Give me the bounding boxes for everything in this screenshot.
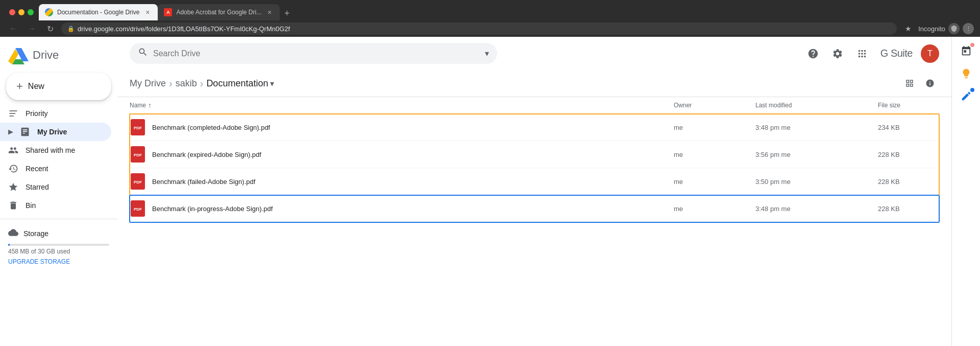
tab-drive-close[interactable]: ×: [143, 8, 152, 16]
back-button[interactable]: ←: [6, 21, 20, 36]
tab-acrobat[interactable]: A Adobe Acrobat for Google Dri... ×: [158, 4, 280, 20]
nav-bar: ← → ↻ 🔒 drive.google.com/drive/folders/1…: [0, 20, 980, 37]
svg-text:PDF: PDF: [134, 207, 142, 212]
main-header: ▾ G Suite T: [117, 37, 951, 70]
traffic-light-close[interactable]: [9, 9, 15, 15]
file-name-1: Benchmark (expired-Adobe Sign).pdf: [152, 151, 261, 158]
view-options: [900, 74, 939, 93]
breadcrumb-dropdown-icon[interactable]: ▾: [270, 79, 274, 88]
new-tab-button[interactable]: +: [280, 6, 294, 20]
upgrade-storage-link[interactable]: UPGRADE STORAGE: [8, 258, 109, 265]
sidebar-item-my-drive-label: My Drive: [37, 128, 67, 136]
table-header: Name ↑ Owner Last modified File size: [130, 97, 939, 114]
orange-selection-group: PDF Benchmark (completed-Adobe Sign).pdf…: [130, 114, 939, 195]
grid-view-button[interactable]: [900, 74, 919, 93]
apps-button[interactable]: [852, 43, 872, 64]
file-owner-2: me: [674, 173, 755, 191]
file-modified-2: 3:50 pm me: [755, 173, 878, 191]
sidebar-divider: [0, 219, 117, 219]
starred-icon: [8, 182, 18, 192]
sidebar: Drive + New Priority ▶ My Drive Shar: [0, 37, 117, 346]
drive-logo-text: Drive: [33, 49, 59, 62]
settings-button[interactable]: [827, 43, 848, 64]
file-name-3: Benchmark (in-progress-Adobe Sign).pdf: [152, 205, 273, 213]
drive-logo: Drive: [0, 41, 117, 73]
file-row-1[interactable]: PDF Benchmark (expired-Adobe Sign).pdf m…: [130, 141, 939, 168]
sidebar-item-priority-label: Priority: [26, 109, 48, 118]
breadcrumb-sep-1: ›: [169, 78, 173, 89]
storage-label: Storage: [23, 229, 48, 238]
user-menu-button[interactable]: ⋮: [963, 23, 974, 34]
app: Drive + New Priority ▶ My Drive Shar: [0, 37, 980, 346]
sidebar-item-shared[interactable]: Shared with me: [0, 141, 111, 159]
tab-drive[interactable]: Documentation - Google Drive ×: [39, 4, 158, 20]
new-button[interactable]: + New: [6, 73, 111, 100]
file-row-3[interactable]: PDF Benchmark (in-progress-Adobe Sign).p…: [130, 195, 939, 222]
bookmark-button[interactable]: ★: [901, 21, 915, 36]
search-input[interactable]: [153, 49, 480, 58]
sidebar-item-starred[interactable]: Starred: [0, 178, 111, 196]
pdf-icon-2: PDF: [130, 173, 146, 190]
sidebar-item-my-drive[interactable]: ▶ My Drive: [0, 123, 111, 141]
file-name-2: Benchmark (failed-Adobe Sign).pdf: [152, 178, 255, 186]
file-row-0[interactable]: PDF Benchmark (completed-Adobe Sign).pdf…: [130, 114, 939, 141]
file-modified-0: 3:48 pm me: [755, 119, 878, 136]
right-panel: [951, 37, 980, 346]
browser-chrome: Documentation - Google Drive × A Adobe A…: [0, 0, 980, 37]
header-owner: Owner: [674, 101, 755, 109]
sidebar-item-recent-label: Recent: [26, 165, 48, 173]
file-size-3: 228 KB: [878, 200, 939, 218]
priority-icon: [8, 108, 18, 119]
breadcrumb-current-label: Documentation: [206, 78, 268, 89]
traffic-light-minimize[interactable]: [18, 9, 24, 15]
header-file-size: File size: [878, 101, 939, 109]
file-modified-3: 3:48 pm me: [755, 200, 878, 218]
breadcrumb: My Drive › sakib › Documentation ▾: [130, 78, 274, 89]
search-bar[interactable]: ▾: [130, 43, 497, 64]
search-dropdown-icon[interactable]: ▾: [485, 49, 489, 58]
nav-right: ★ Incognito ⋮: [901, 21, 974, 36]
breadcrumb-my-drive[interactable]: My Drive: [130, 78, 166, 89]
file-size-2: 228 KB: [878, 173, 939, 191]
breadcrumb-current[interactable]: Documentation ▾: [206, 78, 274, 89]
breadcrumb-sep-2: ›: [200, 78, 204, 89]
sidebar-item-bin[interactable]: Bin: [0, 196, 111, 215]
file-name-cell-1: PDF Benchmark (expired-Adobe Sign).pdf: [130, 141, 674, 168]
file-size-1: 228 KB: [878, 146, 939, 164]
edit-button[interactable]: [956, 86, 976, 106]
forward-button[interactable]: →: [24, 21, 39, 36]
storage-section: Storage 458 MB of 30 GB used UPGRADE STO…: [8, 227, 109, 265]
info-button[interactable]: [921, 74, 939, 93]
file-row-2[interactable]: PDF Benchmark (failed-Adobe Sign).pdf me…: [130, 168, 939, 195]
file-name-cell-0: PDF Benchmark (completed-Adobe Sign).pdf: [130, 114, 674, 141]
tab-acrobat-close[interactable]: ×: [265, 8, 274, 16]
incognito-avatar: [948, 23, 960, 34]
pdf-icon-0: PDF: [130, 119, 146, 135]
traffic-light-fullscreen[interactable]: [28, 9, 34, 15]
sidebar-item-priority[interactable]: Priority: [0, 104, 111, 123]
sidebar-item-shared-label: Shared with me: [26, 146, 75, 154]
breadcrumb-area: My Drive › sakib › Documentation ▾: [117, 70, 951, 97]
svg-text:PDF: PDF: [134, 153, 142, 157]
keep-button[interactable]: [956, 63, 976, 84]
sidebar-item-starred-label: Starred: [26, 183, 49, 191]
svg-text:PDF: PDF: [134, 180, 142, 184]
sidebar-item-recent[interactable]: Recent: [0, 159, 111, 178]
drive-favicon: [45, 8, 53, 16]
file-name-0: Benchmark (completed-Adobe Sign).pdf: [152, 124, 270, 131]
calendar-button[interactable]: [956, 41, 976, 61]
reload-button[interactable]: ↻: [43, 21, 57, 36]
new-button-plus-icon: +: [16, 81, 23, 92]
edit-badge: [970, 88, 974, 92]
svg-rect-6: [10, 116, 14, 117]
recent-icon: [8, 164, 18, 174]
file-owner-0: me: [674, 119, 755, 136]
address-bar[interactable]: 🔒 drive.google.com/drive/folders/1D3fLOA…: [61, 22, 897, 35]
user-avatar[interactable]: T: [921, 44, 939, 63]
help-button[interactable]: [803, 43, 823, 64]
breadcrumb-sakib[interactable]: sakib: [176, 78, 197, 89]
file-size-0: 234 KB: [878, 119, 939, 136]
sort-icon: ↑: [148, 101, 152, 109]
sidebar-item-bin-label: Bin: [26, 201, 36, 210]
gsuite-logo: G Suite: [880, 48, 913, 59]
